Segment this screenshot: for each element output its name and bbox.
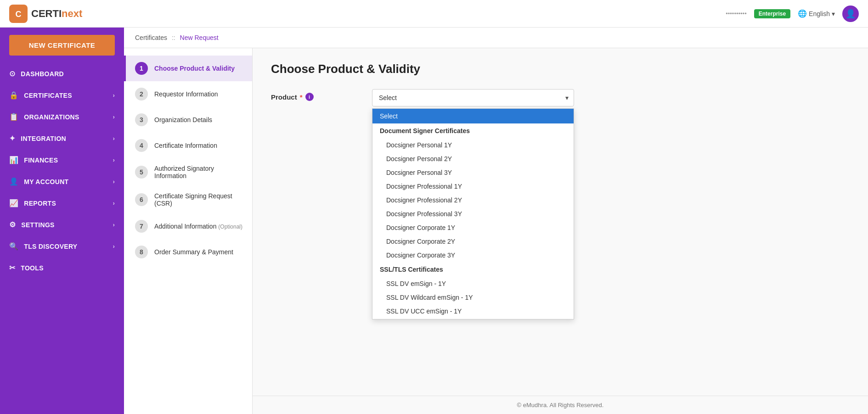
- product-label: Product * i: [271, 89, 363, 101]
- step-1-label: Choose Product & Validity: [154, 65, 235, 72]
- sidebar-label-finances: FINANCES: [24, 157, 58, 164]
- certificates-chevron: ›: [113, 92, 115, 99]
- step-2[interactable]: 2 Requestor Information: [124, 81, 252, 107]
- my-account-icon: 👤: [9, 177, 18, 186]
- sidebar-item-integration[interactable]: ✦ INTEGRATION ›: [0, 128, 124, 149]
- product-select-wrapper: Select ▾ Select Document Signer Certific…: [372, 89, 574, 106]
- finances-chevron: ›: [113, 157, 115, 163]
- dropdown-item-dc2y[interactable]: Docsigner Corporate 2Y: [372, 235, 574, 248]
- language-selector[interactable]: 🌐 English ▾: [798, 9, 835, 18]
- dashboard-icon: ⊙: [9, 69, 15, 78]
- step-6-number: 6: [135, 193, 148, 206]
- dropdown-item-dp1y[interactable]: Docsigner Personal 1Y: [372, 138, 574, 152]
- product-info-icon[interactable]: i: [305, 93, 314, 101]
- step-8-label: Order Summary & Payment: [154, 248, 233, 256]
- sidebar-item-finances[interactable]: 📊 FINANCES ›: [0, 149, 124, 171]
- dropdown-item-ssl-dv-ucc-1y[interactable]: SSL DV UCC emSign - 1Y: [372, 304, 574, 318]
- dropdown-item-dp2y[interactable]: Docsigner Personal 2Y: [372, 152, 574, 166]
- dropdown-item-dc3y[interactable]: Docsigner Corporate 3Y: [372, 248, 574, 262]
- sidebar-item-dashboard[interactable]: ⊙ DASHBOARD: [0, 63, 124, 84]
- header-right: •••••••••• Enterprise 🌐 English ▾ 👤: [726, 6, 859, 22]
- step-8[interactable]: 8 Order Summary & Payment: [124, 239, 252, 265]
- language-chevron: ▾: [832, 10, 835, 17]
- footer: © eMudhra. All Rights Reserved.: [253, 396, 868, 414]
- dropdown-item-ssl-dv-wildcard-1y[interactable]: SSL DV Wildcard emSign - 1Y: [372, 291, 574, 304]
- user-avatar[interactable]: 👤: [842, 6, 859, 22]
- settings-chevron: ›: [113, 222, 115, 228]
- dropdown-item-dc1y[interactable]: Docsigner Corporate 1Y: [372, 221, 574, 235]
- sidebar-label-tools: TOOLS: [21, 264, 43, 272]
- step-7-optional: (Optional): [218, 224, 242, 230]
- step-2-label: Requestor Information: [154, 90, 218, 98]
- tools-icon: ✂: [9, 263, 15, 272]
- sidebar-label-reports: REPORTS: [24, 200, 56, 207]
- step-1[interactable]: 1 Choose Product & Validity: [124, 56, 252, 81]
- reports-chevron: ›: [113, 200, 115, 207]
- step-1-number: 1: [135, 62, 148, 75]
- certificates-icon: 🔒: [9, 91, 18, 100]
- step-3[interactable]: 3 Organization Details: [124, 107, 252, 133]
- dropdown-item-select[interactable]: Select: [372, 109, 574, 123]
- main-content: Certificates :: New Request 1 Choose Pro…: [124, 28, 868, 414]
- steps-panel: 1 Choose Product & Validity 2 Requestor …: [124, 48, 253, 414]
- sidebar-item-my-account[interactable]: 👤 MY ACCOUNT ›: [0, 171, 124, 192]
- step-4[interactable]: 4 Certificate Information: [124, 133, 252, 158]
- sidebar-label-organizations: ORGANIZATIONS: [24, 113, 79, 121]
- new-certificate-button[interactable]: NEW CERTIFICATE: [9, 35, 115, 56]
- sidebar-label-dashboard: DASHBOARD: [21, 70, 64, 78]
- sidebar-item-tls-discovery[interactable]: 🔍 TLS DISCOVERY ›: [0, 235, 124, 257]
- sidebar-label-my-account: MY ACCOUNT: [24, 178, 68, 185]
- sidebar-item-reports[interactable]: 📈 REPORTS ›: [0, 192, 124, 214]
- breadcrumb-separator: ::: [172, 34, 175, 41]
- settings-icon: ⚙: [9, 220, 16, 229]
- required-star: *: [300, 93, 303, 101]
- dropdown-group-ssl: SSL/TLS Certificates: [372, 262, 574, 277]
- step-5[interactable]: 5 Authorized Signatory Information: [124, 158, 252, 186]
- sidebar-item-certificates[interactable]: 🔒 CERTIFICATES ›: [0, 84, 124, 106]
- dropdown-group-docsigner: Document Signer Certificates: [372, 123, 574, 138]
- sidebar-label-tls-discovery: TLS DISCOVERY: [24, 243, 77, 250]
- user-email: ••••••••••: [726, 10, 747, 17]
- step-7-label: Additional Information (Optional): [154, 223, 242, 230]
- breadcrumb: Certificates :: New Request: [124, 28, 868, 48]
- dropdown-item-dpr3y[interactable]: Docsigner Professional 3Y: [372, 207, 574, 221]
- breadcrumb-root[interactable]: Certificates: [135, 34, 167, 41]
- step-4-label: Certificate Information: [154, 142, 217, 149]
- dropdown-item-ssl-dv-wildcard-ucc-1y[interactable]: SSL DV Wildcard UCC - 1Y: [372, 318, 574, 319]
- integration-chevron: ›: [113, 135, 115, 142]
- product-select[interactable]: Select: [372, 89, 574, 106]
- reports-icon: 📈: [9, 199, 18, 207]
- finances-icon: 📊: [9, 156, 18, 164]
- header: C CERTInext •••••••••• Enterprise 🌐 Engl…: [0, 0, 868, 28]
- globe-icon: 🌐: [798, 9, 807, 18]
- step-7[interactable]: 7 Additional Information (Optional): [124, 213, 252, 239]
- enterprise-badge: Enterprise: [754, 9, 790, 18]
- dropdown-item-ssl-dv-1y[interactable]: SSL DV emSign - 1Y: [372, 277, 574, 291]
- form-panel: Choose Product & Validity Product * i Se…: [253, 48, 868, 414]
- dropdown-item-dp3y[interactable]: Docsigner Personal 3Y: [372, 166, 574, 179]
- organizations-chevron: ›: [113, 114, 115, 120]
- sidebar: NEW CERTIFICATE ⊙ DASHBOARD 🔒 CERTIFICAT…: [0, 28, 124, 414]
- product-dropdown-list[interactable]: Select Document Signer Certificates Docs…: [372, 108, 574, 319]
- sidebar-label-certificates: CERTIFICATES: [24, 92, 72, 99]
- sidebar-item-organizations[interactable]: 📋 ORGANIZATIONS ›: [0, 106, 124, 128]
- logo-icon: C: [9, 5, 28, 23]
- step-5-label: Authorized Signatory Information: [154, 165, 243, 179]
- step-6[interactable]: 6 Certificate Signing Request (CSR): [124, 186, 252, 213]
- step-7-number: 7: [135, 220, 148, 233]
- sidebar-item-tools[interactable]: ✂ TOOLS: [0, 257, 124, 279]
- user-avatar-icon: 👤: [845, 9, 856, 19]
- organizations-icon: 📋: [9, 112, 18, 121]
- step-5-number: 5: [135, 166, 148, 179]
- sidebar-item-settings[interactable]: ⚙ SETTINGS ›: [0, 214, 124, 235]
- svg-text:C: C: [16, 9, 22, 18]
- logo-text: CERTInext: [31, 8, 82, 20]
- sidebar-nav: ⊙ DASHBOARD 🔒 CERTIFICATES › 📋 ORGANIZAT…: [0, 63, 124, 414]
- sidebar-label-integration: INTEGRATION: [21, 135, 66, 142]
- step-8-number: 8: [135, 246, 148, 258]
- sidebar-label-settings: SETTINGS: [21, 221, 54, 229]
- dropdown-item-dpr1y[interactable]: Docsigner Professional 1Y: [372, 179, 574, 193]
- language-label: English: [809, 10, 830, 17]
- dropdown-item-dpr2y[interactable]: Docsigner Professional 2Y: [372, 193, 574, 207]
- footer-text: © eMudhra. All Rights Reserved.: [517, 402, 604, 408]
